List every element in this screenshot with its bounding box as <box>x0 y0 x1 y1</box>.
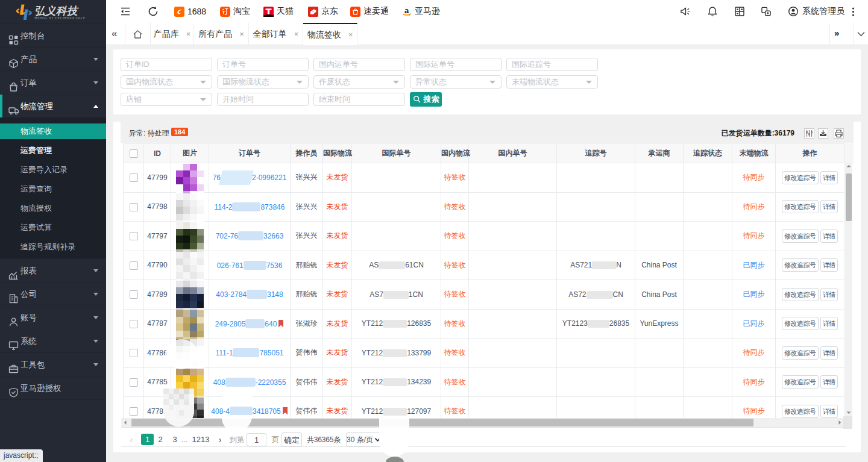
svg-text:a: a <box>404 7 409 15</box>
